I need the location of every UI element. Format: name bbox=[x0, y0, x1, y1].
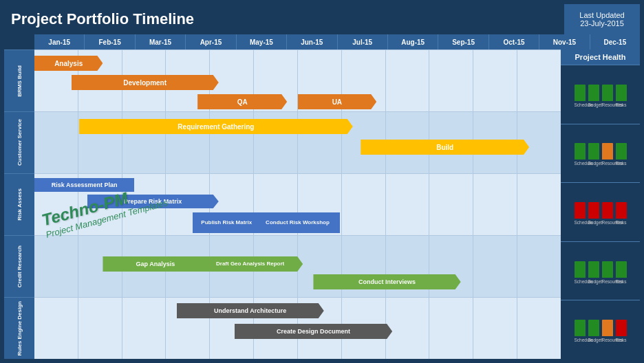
bar-conduct-interviews: Conduct Interviews bbox=[313, 274, 460, 289]
health-label-budget: Budget bbox=[588, 102, 599, 107]
page-title: Project Portfolio Timeline bbox=[11, 10, 194, 28]
bar-requirement-gathering: Requirement Gathering bbox=[79, 119, 353, 134]
health-row-credit: Schedule Budget Resources Risks bbox=[561, 241, 640, 300]
column-headers: Jan-15 Feb-15 Mar-15 Apr-15 May-15 Jun-1… bbox=[34, 34, 640, 50]
bar-development: Development bbox=[72, 75, 219, 90]
app-container: Project Portfolio Timeline Last Updated … bbox=[0, 0, 644, 363]
bar-ua: UA bbox=[298, 94, 377, 109]
health-label-risks: Risks bbox=[616, 102, 627, 107]
bar-understand-architecture: Understand Architecture bbox=[177, 303, 324, 318]
col-aug: Aug-15 bbox=[388, 34, 438, 50]
bar-conduct-risk-workshop: Conduct Risk Workshop bbox=[255, 212, 339, 233]
health-row-customer: Schedule Budget Resources Risks bbox=[561, 124, 640, 183]
col-mar: Mar-15 bbox=[136, 34, 186, 50]
health-bar-schedule bbox=[575, 85, 586, 101]
last-updated-label: Last Updated bbox=[579, 11, 624, 19]
row-label-brms: BRMS Build bbox=[17, 65, 23, 97]
project-health-panel: Project Health Schedule bbox=[561, 50, 640, 359]
project-health-header: Project Health bbox=[561, 50, 640, 65]
col-jan: Jan-15 bbox=[34, 34, 85, 50]
health-row-risk: Schedule Budget Resources Risks bbox=[561, 182, 640, 241]
gantt-row-credit: Gap Analysis Draft Geo Analysis Report C… bbox=[34, 235, 561, 297]
gantt-row-brms: Analysis Development QA UA bbox=[34, 50, 561, 111]
col-may: May-15 bbox=[237, 34, 287, 50]
gantt-row-customer: Requirement Gathering Build bbox=[34, 111, 561, 173]
col-jun: Jun-15 bbox=[287, 34, 337, 50]
bar-publish-risk-matrix: Publish Risk Matrix bbox=[193, 212, 261, 233]
health-label-schedule: Schedule bbox=[575, 102, 586, 107]
col-dec: Dec-15 bbox=[590, 34, 640, 50]
col-oct: Oct-15 bbox=[489, 34, 539, 50]
health-bar-resources bbox=[602, 85, 613, 101]
bar-build: Build bbox=[361, 140, 529, 155]
col-apr: Apr-15 bbox=[186, 34, 236, 50]
row-label-risk: Risk Assess bbox=[17, 188, 23, 221]
bar-risk-assessment-plan: Risk Assessment Plan bbox=[34, 178, 134, 192]
row-labels: BRMS Build Customer Service Risk Assess … bbox=[4, 50, 34, 359]
health-bar-budget bbox=[588, 85, 599, 101]
bar-draft-geo: Draft Geo Analysis Report bbox=[197, 256, 303, 272]
bar-create-design-document: Create Design Document bbox=[235, 324, 393, 339]
bar-analysis: Analysis bbox=[34, 56, 103, 71]
gantt-row-rules: Understand Architecture Create Design Do… bbox=[34, 297, 561, 359]
bar-prepare-risk-matrix: Prepare Risk Matrix bbox=[87, 195, 219, 208]
col-feb: Feb-15 bbox=[85, 34, 135, 50]
bar-qa: QA bbox=[197, 94, 287, 109]
row-label-customer: Customer Service bbox=[17, 119, 23, 166]
gantt-row-risk: Risk Assessment Plan Prepare Risk Matrix… bbox=[34, 173, 561, 235]
health-label-resources: Resources bbox=[602, 102, 613, 107]
col-jul: Jul-15 bbox=[338, 34, 388, 50]
row-label-credit: Credit Research bbox=[17, 245, 23, 287]
health-row-rules: Schedule Budget Resources Risks bbox=[561, 300, 640, 359]
row-label-rules: Rules Engine Design bbox=[17, 301, 23, 356]
col-sep: Sep-15 bbox=[438, 34, 489, 50]
health-row-brms: Schedule Budget Resources Risks bbox=[561, 65, 640, 124]
health-bar-risks bbox=[616, 85, 627, 101]
col-nov: Nov-15 bbox=[539, 34, 590, 50]
bar-gap-analysis: Gap Analysis bbox=[103, 256, 208, 272]
last-updated-date: 23-July-2015 bbox=[580, 19, 624, 28]
